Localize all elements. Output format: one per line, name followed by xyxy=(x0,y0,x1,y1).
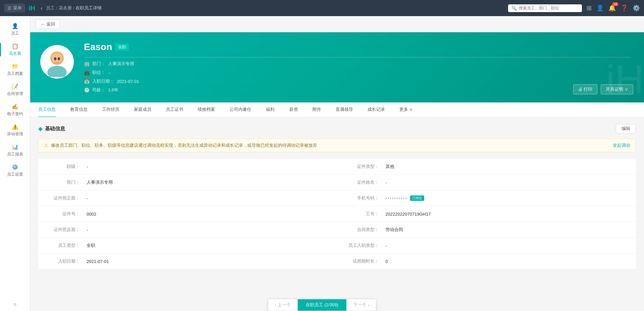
grid-icon[interactable]: ⊞ xyxy=(587,4,592,12)
breadcrumb-sep-1: / xyxy=(56,6,57,11)
sidebar-item-employees[interactable]: 👤 员工 xyxy=(0,19,30,40)
tab-sep: · xyxy=(281,108,282,112)
edit-button[interactable]: 编辑 xyxy=(616,124,636,133)
contracts-icon: 📝 xyxy=(12,83,18,90)
sidebar-item-label: 电子签约 xyxy=(7,111,23,117)
breadcrumb-current: 在职员工详情 xyxy=(76,5,102,11)
field-label-phone: 手机号码： xyxy=(345,195,379,201)
profile-icon: 📁 xyxy=(12,63,18,70)
search-input[interactable] xyxy=(519,6,579,10)
notice-action-link[interactable]: 发起调动 xyxy=(613,142,630,148)
field-value-emp-no: 20222022070719GH17 xyxy=(386,212,628,217)
nav-back-icon[interactable]: ‹ xyxy=(41,5,43,12)
department-value: 人事演示专用 xyxy=(108,61,134,67)
logo: iH xyxy=(29,4,35,12)
tab-performance[interactable]: 绩效档案 xyxy=(198,102,215,117)
tab-sep: · xyxy=(158,108,159,112)
sidebar-item-esign[interactable]: ✍️ 电子签约 xyxy=(0,100,30,120)
field-label-cert-name: 证件姓名： xyxy=(345,179,379,185)
seniority-label: 司龄： xyxy=(92,87,105,93)
search-box[interactable]: 🔍 xyxy=(508,4,582,12)
bottom-navigation: ‹ 上一个 在职员工 (2/359) 下一个 › xyxy=(268,299,377,311)
basic-info-form: 职级： - 证件类型： 其他 部门： 人事演示专用 证件姓名： - xyxy=(38,159,636,269)
notice-icon: ⚠ xyxy=(44,142,48,148)
field-value-dept: 人事演示专用 xyxy=(87,179,329,185)
help-icon[interactable]: ❓ xyxy=(621,4,628,12)
phone-masked: •••••••••• xyxy=(386,196,408,201)
tab-benefits[interactable]: 福利 xyxy=(266,102,275,117)
prev-label: 上一个 xyxy=(278,302,291,308)
tab-sep: · xyxy=(190,108,191,112)
breadcrumb: 员工 / 花名册 / 在职员工详情 xyxy=(46,5,102,11)
tab-certificates[interactable]: 员工证书 xyxy=(166,102,183,117)
form-row: 手机号码： •••••••••• 已绑定 xyxy=(337,190,636,206)
prev-employee-button[interactable]: ‹ 上一个 xyxy=(268,299,297,311)
tab-sep: · xyxy=(222,108,223,112)
sidebar-item-settings[interactable]: ⚙️ 员工设置 xyxy=(0,161,30,181)
form-row: 职级： - xyxy=(38,159,337,175)
form-row: 证件姓名： - xyxy=(337,175,636,190)
tab-work-history[interactable]: 工作经历 xyxy=(102,102,119,117)
breadcrumb-item-2[interactable]: 花名册 xyxy=(59,5,72,11)
sidebar-item-roster[interactable]: 📋 花名册 xyxy=(0,40,30,60)
account-icon[interactable]: ⚙️ xyxy=(633,4,640,12)
next-employee-button[interactable]: 下一个 › xyxy=(347,299,376,311)
notice-message: 修改员工部门、职位、职务、职级等信息建议通过调动流程实现，否则无法生成异动记录和… xyxy=(51,142,317,148)
form-row: 证件类型： 其他 xyxy=(337,159,636,175)
main-scroll-content: ◈ 基础信息 编辑 ⚠ 修改员工部门、职位、职务、职级等信息建议通过调动流程实现… xyxy=(30,117,644,311)
field-label-contract-type: 合同类型： xyxy=(345,227,379,233)
tab-growth[interactable]: 成长记录 xyxy=(367,102,385,117)
tab-education[interactable]: 教育信息 xyxy=(70,102,88,117)
back-area: ← 返回 xyxy=(30,16,644,32)
notification-badge: 18 xyxy=(612,2,618,6)
avatar xyxy=(40,45,74,79)
notice-text: ⚠ 修改员工部门、职位、职务、职级等信息建议通过调动流程实现，否则无法生成异动记… xyxy=(44,142,609,148)
field-label-emp-no: 工号： xyxy=(345,211,379,217)
notification-icon[interactable]: 🔔 18 xyxy=(608,4,616,12)
field-value-rank: - xyxy=(87,164,329,169)
profile-name: Eason xyxy=(84,42,112,52)
field-label-emp-type: 员工类型： xyxy=(46,242,80,249)
sidebar-item-profile[interactable]: 📁 员工档案 xyxy=(0,60,30,80)
topnav-icons: ⊞ 👤 🔔 18 ❓ ⚙️ xyxy=(587,4,640,12)
breadcrumb-item-1[interactable]: 员工 xyxy=(46,5,55,11)
position-value: -- xyxy=(108,70,111,75)
form-row: 入职日期： 2021-07-01 xyxy=(38,254,337,269)
tab-employee-info[interactable]: 员工信息 xyxy=(38,102,56,117)
sidebar-item-reports[interactable]: 📊 员工报表 xyxy=(0,140,30,161)
field-label-probation: 试用期时长： xyxy=(345,258,379,264)
tab-attachments[interactable]: 附件 xyxy=(312,102,321,117)
sidebar-collapse-icon[interactable]: ≡ xyxy=(13,302,16,307)
sidebar-item-label: 异动管理 xyxy=(7,131,23,137)
current-employee-indicator: 在职员工 (2/359) xyxy=(298,299,346,311)
tab-family[interactable]: 家庭成员 xyxy=(134,102,151,117)
tab-more[interactable]: 更多 ∨ xyxy=(399,102,413,117)
svg-point-1 xyxy=(47,66,67,77)
menu-button[interactable]: ☰ 菜单 xyxy=(4,4,25,12)
tab-direct-leader[interactable]: 直属领导 xyxy=(336,102,353,117)
tab-salary[interactable]: 薪资 xyxy=(289,102,298,117)
seniority-value: 1.6年 xyxy=(108,87,118,93)
tab-sep: · xyxy=(258,108,259,112)
transfer-icon: ⚠️ xyxy=(12,124,18,130)
back-button[interactable]: ← 返回 xyxy=(36,19,60,29)
joindate-label: 入职日期： xyxy=(92,78,114,84)
sidebar-item-contracts[interactable]: 📝 合同管理 xyxy=(0,80,30,100)
user-icon[interactable]: 👤 xyxy=(596,4,604,12)
main-content-area: ← 返回 Eason 在职 xyxy=(30,16,644,311)
print-button[interactable]: 🖨 打印 xyxy=(573,84,598,94)
prev-icon: ‹ xyxy=(275,303,276,308)
sidebar-item-transfer[interactable]: ⚠️ 异动管理 xyxy=(0,120,30,140)
svg-point-3 xyxy=(54,57,56,60)
section-header: ◈ 基础信息 编辑 xyxy=(38,124,636,133)
sidebar-item-label: 员工报表 xyxy=(7,151,23,157)
field-value-phone: •••••••••• 已绑定 xyxy=(386,195,628,201)
sidebar-item-label: 员工 xyxy=(11,31,19,36)
tab-concurrent[interactable]: 公司内兼任 xyxy=(230,102,251,117)
section-icon: ◈ xyxy=(38,126,42,132)
form-row: 员工类型： 全职 xyxy=(38,238,337,254)
cert-button[interactable]: 开具证明 ∨ xyxy=(601,84,633,94)
notice-bar: ⚠ 修改员工部门、职位、职务、职级等信息建议通过调动流程实现，否则无法生成异动记… xyxy=(38,139,636,152)
sidebar-item-label: 员工档案 xyxy=(7,71,23,77)
field-label-cert-back: 证件照反面： xyxy=(46,227,80,233)
